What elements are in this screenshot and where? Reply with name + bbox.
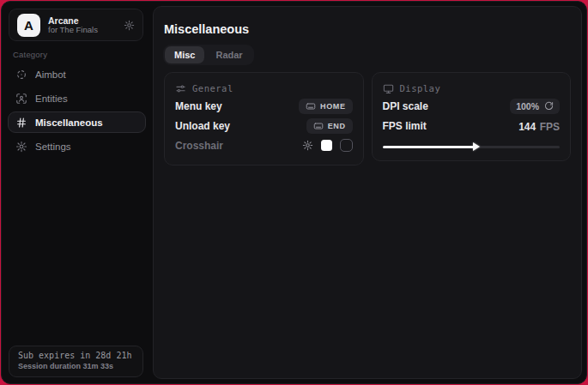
dpi-scale-label: DPI scale — [383, 100, 428, 112]
dpi-scale-value: 100% — [516, 101, 539, 111]
fps-limit-slider[interactable] — [383, 143, 561, 151]
sidebar-item-miscellaneous[interactable]: Miscellaneous — [8, 111, 146, 133]
sub-expiry-text: Sub expires in 28d 21h — [18, 351, 134, 360]
sidebar-item-settings[interactable]: Settings — [8, 135, 146, 157]
crosshair-row: Crosshair — [175, 135, 353, 155]
unload-key-bind-button[interactable]: END — [306, 118, 353, 134]
tab-radar[interactable]: Radar — [206, 46, 252, 63]
gear-icon — [15, 141, 27, 153]
app-meta: Arcane for The Finals — [48, 15, 116, 35]
page-title: Miscellaneous — [164, 22, 249, 36]
general-card: General Menu key HOME Unload key — [164, 72, 364, 165]
crosshair-icon — [15, 69, 27, 81]
crosshair-color-swatch[interactable] — [321, 140, 332, 151]
session-duration-text: Session duration 31m 33s — [18, 362, 134, 370]
app-subtitle: for The Finals — [48, 26, 116, 35]
sliders-icon — [175, 83, 186, 94]
keyboard-icon — [313, 121, 324, 131]
fps-unit: FPS — [540, 121, 560, 133]
sidebar-item-entities[interactable]: Entities — [8, 87, 146, 109]
app-window: A Arcane for The Finals Category — [1, 1, 587, 384]
fps-limit-value: 144 FPS — [518, 118, 560, 134]
sidebar-item-label: Entities — [35, 93, 68, 104]
sidebar-item-label: Aimbot — [35, 69, 66, 80]
display-card: Display DPI scale 100% FPS limit — [372, 72, 572, 161]
menu-key-label: Menu key — [175, 100, 222, 112]
hash-icon — [15, 117, 27, 129]
fps-number: 144 — [518, 121, 536, 133]
general-card-header: General — [175, 81, 353, 96]
crosshair-controls — [302, 139, 353, 152]
person-scan-icon — [15, 93, 27, 105]
tab-bar: Misc Radar — [163, 45, 254, 65]
sidebar-nav: Aimbot Entities Miscella — [8, 63, 146, 157]
sidebar: A Arcane for The Finals Category — [2, 2, 152, 383]
main-panel: Miscellaneous Misc Radar General — [153, 6, 582, 379]
menu-key-bind-button[interactable]: HOME — [299, 99, 352, 114]
fps-limit-label: FPS limit — [383, 120, 427, 132]
monitor-icon — [383, 83, 394, 94]
category-label: Category — [13, 50, 47, 59]
dpi-scale-control[interactable]: 100% — [510, 99, 560, 114]
unload-key-row: Unload key END — [175, 116, 353, 135]
app-logo: A — [17, 14, 40, 37]
keyboard-icon — [306, 101, 316, 111]
slider-fill — [383, 146, 476, 148]
display-card-header: Display — [383, 81, 561, 96]
fps-limit-row: FPS limit 144 FPS — [383, 116, 561, 135]
display-card-title: Display — [400, 83, 441, 93]
app-settings-gear-icon[interactable] — [124, 20, 135, 31]
unload-key-label: Unload key — [175, 120, 230, 132]
app-name: Arcane — [48, 15, 116, 26]
menu-key-value: HOME — [320, 102, 345, 111]
settings-cards: General Menu key HOME Unload key — [164, 72, 571, 165]
unload-key-value: END — [328, 122, 346, 130]
sidebar-item-label: Settings — [35, 141, 71, 152]
sidebar-item-aimbot[interactable]: Aimbot — [8, 63, 146, 85]
refresh-cycle-icon[interactable] — [544, 101, 554, 111]
menu-key-row: Menu key HOME — [175, 96, 353, 116]
crosshair-label: Crosshair — [175, 140, 223, 152]
crosshair-settings-gear-icon[interactable] — [302, 140, 313, 151]
crosshair-checkbox[interactable] — [340, 139, 353, 152]
slider-thumb[interactable] — [473, 142, 480, 151]
tab-misc[interactable]: Misc — [165, 46, 204, 63]
subscription-status-card: Sub expires in 28d 21h Session duration … — [9, 346, 143, 377]
general-card-title: General — [192, 83, 233, 93]
dpi-scale-row: DPI scale 100% — [383, 96, 561, 116]
sidebar-item-label: Miscellaneous — [35, 117, 103, 128]
app-header-card: A Arcane for The Finals — [9, 9, 143, 41]
